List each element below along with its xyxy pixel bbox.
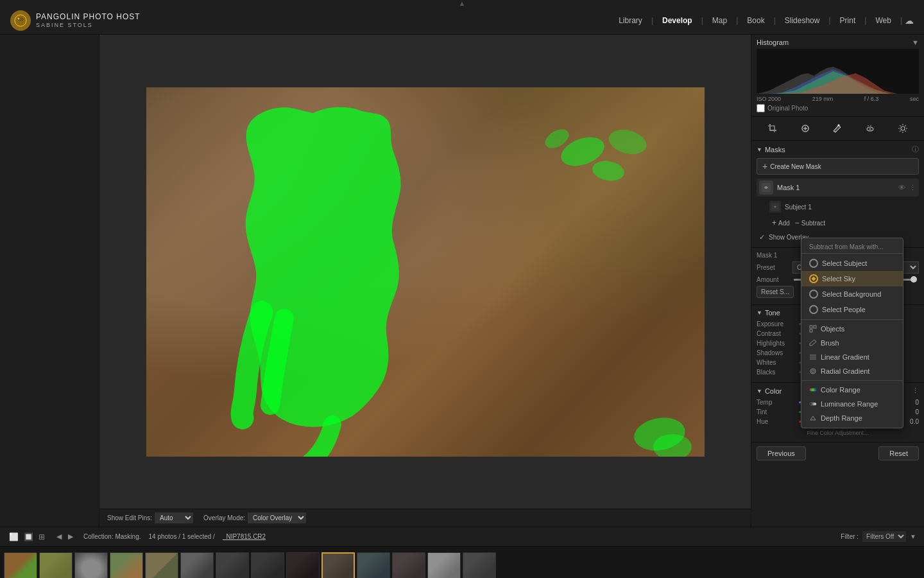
subtract-mask-button[interactable]: − Subtract bbox=[795, 218, 825, 227]
redeye-tool-btn[interactable] bbox=[862, 121, 878, 136]
filename-link[interactable]: _NIP7815.CR2 bbox=[223, 533, 266, 540]
masks-header: ▼ Masks ⓘ bbox=[757, 144, 919, 154]
masks-section: ▼ Masks ⓘ + Create New Mask Mask 1 👁 ⋮ bbox=[751, 141, 924, 248]
overlay-mode-item: Overlay Mode: Color Overlay White Overla… bbox=[203, 512, 306, 523]
nav-library[interactable]: Library bbox=[612, 13, 649, 28]
masks-title: Masks bbox=[765, 146, 785, 153]
filmstrip-thumb-7[interactable] bbox=[216, 552, 249, 579]
mask1-options-icon[interactable]: ⋮ bbox=[909, 184, 916, 192]
photo-background bbox=[146, 87, 705, 457]
menu-linear-gradient[interactable]: Linear Gradient bbox=[801, 350, 903, 364]
svg-rect-18 bbox=[810, 329, 812, 332]
select-subject-label: Select Subject bbox=[822, 259, 867, 267]
select-background-label: Select Background bbox=[822, 290, 881, 298]
filmstrip-thumb-11[interactable] bbox=[357, 552, 390, 579]
filmstrip-thumb-8[interactable] bbox=[251, 552, 284, 579]
reset-subject-button[interactable]: Reset S... bbox=[757, 286, 794, 298]
svg-point-2 bbox=[18, 17, 20, 19]
filter-dropdown[interactable]: Filters Off Flagged Rejected bbox=[862, 531, 906, 542]
previous-button[interactable]: Previous bbox=[757, 446, 806, 460]
single-view-btn[interactable]: ⬜ bbox=[8, 531, 20, 543]
cloud-sync-icon[interactable]: ☁ bbox=[905, 15, 914, 26]
filmstrip-thumb-10[interactable] bbox=[321, 552, 355, 579]
filter-chevron-icon[interactable]: ▼ bbox=[910, 533, 916, 540]
whites-label: Whites bbox=[757, 359, 794, 366]
filmstrip-thumb-3[interactable] bbox=[74, 552, 108, 579]
select-subject-radio bbox=[809, 259, 818, 268]
crop-tool-btn[interactable] bbox=[765, 121, 780, 136]
subject1-row[interactable]: Subject 1 bbox=[757, 199, 919, 215]
nav-sep-2: | bbox=[701, 16, 703, 25]
select-sky-radio bbox=[809, 274, 818, 283]
filmstrip-thumb-6[interactable] bbox=[180, 552, 214, 579]
filter-area: Filter : Filters Off Flagged Rejected ▼ bbox=[841, 531, 916, 542]
menu-brush[interactable]: Brush bbox=[801, 336, 903, 350]
filmstrip-thumb-13[interactable] bbox=[427, 552, 461, 579]
contrast-label: Contrast bbox=[757, 330, 794, 337]
nav-develop[interactable]: Develop bbox=[656, 13, 699, 28]
tone-collapse-arrow[interactable]: ▼ bbox=[757, 310, 762, 316]
nav-web[interactable]: Web bbox=[869, 13, 897, 28]
filmstrip-thumb-14[interactable] bbox=[463, 552, 496, 579]
add-subtract-row: + Add − Subtract bbox=[757, 217, 919, 229]
mask1-row[interactable]: Mask 1 👁 ⋮ bbox=[757, 179, 919, 197]
original-photo-checkbox[interactable] bbox=[757, 104, 765, 112]
shutter-value: sec bbox=[910, 96, 919, 102]
nav-print[interactable]: Print bbox=[834, 13, 862, 28]
show-edit-pins-dropdown[interactable]: Auto Always Never bbox=[155, 512, 193, 523]
photo-canvas[interactable] bbox=[99, 35, 751, 509]
nav-sep-3: | bbox=[736, 16, 738, 25]
filmstrip-thumb-9[interactable] bbox=[286, 552, 320, 579]
menu-select-sky[interactable]: Select Sky bbox=[801, 271, 903, 286]
nav-slideshow[interactable]: Slideshow bbox=[778, 13, 826, 28]
iso-value: ISO 2000 bbox=[757, 96, 781, 102]
next-arrow[interactable]: ▶ bbox=[65, 531, 76, 542]
color-options-icon[interactable]: ⋮ bbox=[912, 387, 919, 395]
main-layout: Show Edit Pins: Auto Always Never Overla… bbox=[0, 35, 924, 527]
histogram-section: Histogram ▼ ISO 2000 bbox=[751, 35, 924, 117]
heal-tool-btn[interactable] bbox=[798, 121, 813, 136]
top-panel-toggle[interactable]: ▲ bbox=[0, 0, 924, 6]
histogram-collapse-icon[interactable]: ▼ bbox=[912, 39, 919, 46]
menu-select-background[interactable]: Select Background bbox=[801, 286, 903, 302]
prev-arrow[interactable]: ◀ bbox=[54, 531, 64, 542]
grid-view-btn[interactable]: ⊞ bbox=[37, 531, 46, 543]
menu-depth-range[interactable]: Depth Range bbox=[801, 411, 903, 425]
menu-select-subject[interactable]: Select Subject bbox=[801, 256, 903, 271]
masking-tool-btn[interactable] bbox=[830, 121, 845, 136]
compare-view-btn[interactable]: 🔲 bbox=[22, 531, 35, 543]
menu-luminance-range[interactable]: Luminance Range bbox=[801, 397, 903, 411]
masks-collapse-arrow[interactable]: ▼ bbox=[757, 146, 762, 153]
overlay-mode-dropdown[interactable]: Color Overlay White Overlay Black Overla… bbox=[248, 512, 306, 523]
filmstrip-thumb-1[interactable] bbox=[4, 552, 37, 579]
nav-sep-7: | bbox=[900, 16, 902, 25]
svg-rect-17 bbox=[814, 326, 816, 328]
select-people-label: Select People bbox=[822, 306, 866, 313]
radial-gradient-label: Radial Gradient bbox=[821, 367, 869, 375]
create-new-mask-button[interactable]: + Create New Mask bbox=[757, 158, 919, 175]
amount-slider-thumb[interactable] bbox=[911, 276, 917, 283]
menu-radial-gradient[interactable]: Radial Gradient bbox=[801, 364, 903, 378]
nav-book[interactable]: Book bbox=[740, 13, 771, 28]
masks-info-icon[interactable]: ⓘ bbox=[912, 144, 919, 154]
filmstrip-thumb-12[interactable] bbox=[392, 552, 425, 579]
filmstrip-thumb-4[interactable] bbox=[110, 552, 143, 579]
color-collapse-arrow[interactable]: ▼ bbox=[757, 388, 762, 394]
filmstrip-thumb-5[interactable] bbox=[145, 552, 178, 579]
focal-value: 219 mm bbox=[812, 96, 834, 102]
luminance-range-icon bbox=[809, 400, 817, 408]
filmstrip-thumb-2[interactable] bbox=[39, 552, 73, 579]
settings-tool-btn[interactable] bbox=[895, 121, 911, 136]
subtract-icon: − bbox=[795, 218, 800, 227]
nav-map[interactable]: Map bbox=[706, 13, 733, 28]
add-mask-button[interactable]: + Add bbox=[772, 218, 790, 227]
menu-select-people[interactable]: Select People bbox=[801, 302, 903, 317]
blacks-label: Blacks bbox=[757, 369, 794, 376]
add-icon: + bbox=[772, 218, 776, 227]
menu-objects[interactable]: Objects bbox=[801, 322, 903, 336]
linear-gradient-icon bbox=[809, 353, 817, 361]
mask1-visibility-icon[interactable]: 👁 bbox=[898, 184, 905, 191]
menu-separator-2 bbox=[801, 380, 903, 381]
reset-button[interactable]: Reset bbox=[878, 446, 919, 460]
menu-color-range[interactable]: Color Range bbox=[801, 383, 903, 397]
